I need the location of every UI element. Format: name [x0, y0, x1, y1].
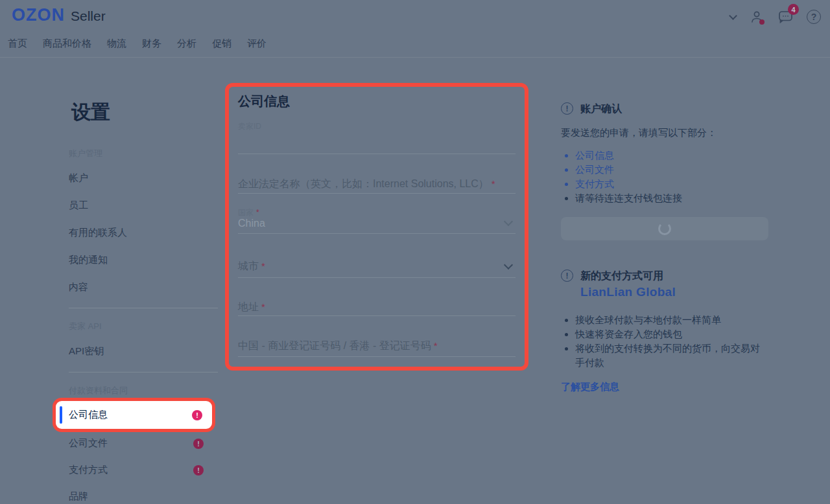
country-label: 国家 — [238, 208, 254, 217]
top-header: OZON Seller 4 — [0, 0, 830, 58]
registration-number-placeholder: 中国 - 商业登记证号码 / 香港 - 登记证号码 — [238, 340, 431, 351]
sidebar-item-api-keys[interactable]: API密钥 — [69, 345, 218, 358]
page-title: 设置 — [71, 100, 218, 124]
loading-spinner-icon — [658, 222, 671, 235]
promo-bullet: 快速将资金存入您的钱包 — [575, 328, 682, 339]
company-info-form-highlight-frame: 公司信息 卖家ID 企业法定名称（英文，比如：Internet Solution… — [225, 83, 528, 371]
sidebar-divider — [69, 372, 218, 372]
country-select[interactable]: China — [238, 216, 516, 231]
section-label-payment-details: 付款资料和合同 — [69, 385, 218, 396]
nav-analytics[interactable]: 分析 — [177, 38, 196, 50]
promo-bullet: 将收到的支付转换为不同的货币，向交易对手付款 — [575, 343, 760, 368]
payment-promo-card: ! 新的支付方式可用 LianLian Global 接收全球付款与本地付款一样… — [561, 269, 768, 393]
warning-badge-icon: ! — [193, 439, 204, 449]
nav-home[interactable]: 首页 — [8, 38, 27, 50]
required-asterisk: * — [261, 260, 265, 271]
sidebar-item-company-info[interactable]: 公司信息 ! — [56, 401, 212, 429]
nav-logistics[interactable]: 物流 — [107, 38, 126, 50]
required-asterisk: * — [256, 208, 259, 217]
info-alert-icon: ! — [561, 102, 573, 115]
sidebar-item-label: 公司信息 — [69, 409, 108, 421]
wallet-connection-pending-text: 请等待连连支付钱包连接 — [575, 192, 682, 203]
required-asterisk: * — [434, 340, 438, 351]
lianlian-global-brand-link[interactable]: LianLian Global — [580, 284, 676, 300]
sidebar-item-label: 支付方式 — [69, 464, 108, 476]
sidebar-item-content[interactable]: 内容 — [69, 281, 218, 293]
nav-reviews[interactable]: 评价 — [247, 38, 267, 50]
sidebar-item-label: 品牌 — [69, 490, 88, 503]
city-select[interactable]: 城市* — [238, 259, 516, 273]
seller-id-label: 卖家ID — [238, 122, 516, 131]
sidebar-divider — [69, 308, 218, 308]
warning-badge-icon: ! — [193, 465, 204, 475]
form-title: 公司信息 — [238, 92, 516, 110]
city-underline — [238, 277, 516, 278]
sidebar-item-useful-contacts[interactable]: 有用的联系人 — [69, 226, 218, 239]
seller-logo-text: Seller — [71, 8, 106, 24]
legal-name-input[interactable]: 企业法定名称（英文，比如：Internet Solutions, LLC）* — [238, 177, 516, 191]
sidebar-item-company-documents[interactable]: 公司文件 ! — [69, 430, 218, 457]
account-confirmation-title: 账户确认 — [580, 102, 622, 115]
main-nav: 首页 商品和价格 物流 财务 分析 促销 评价 — [8, 38, 267, 50]
link-company-documents[interactable]: 公司文件 — [575, 164, 614, 175]
ozon-seller-settings-page: OZON Seller 4 — [0, 0, 830, 504]
promo-benefits-list: 接收全球付款与本地付款一样简单 快速将资金存入您的钱包 将收到的支付转换为不同的… — [575, 313, 768, 370]
account-confirmation-intro: 要发送您的申请，请填写以下部分： — [561, 126, 768, 139]
sidebar-item-employees[interactable]: 员工 — [69, 199, 218, 212]
ozon-seller-logo[interactable]: OZON Seller — [12, 5, 106, 25]
sidebar-item-label: 公司文件 — [69, 437, 108, 450]
messages-count-badge: 4 — [788, 4, 799, 15]
active-indicator-bar — [60, 406, 62, 424]
link-company-info[interactable]: 公司信息 — [575, 150, 614, 161]
promo-bullet: 接收全球付款与本地付款一样简单 — [575, 314, 721, 325]
chevron-down-icon[interactable] — [729, 12, 737, 20]
address-input[interactable]: 地址* — [238, 300, 516, 314]
settings-sidebar: 设置 账户管理 帐户 员工 有用的联系人 我的通知 内容 卖家 API API密… — [69, 100, 218, 504]
user-notification-dot — [759, 19, 765, 25]
section-label-account-management: 账户管理 — [69, 148, 218, 159]
address-placeholder: 地址 — [238, 301, 259, 312]
messages-button[interactable]: 4 — [777, 8, 794, 25]
registration-number-input[interactable]: 中国 - 商业登记证号码 / 香港 - 登记证号码* — [238, 339, 516, 353]
address-underline — [238, 315, 516, 316]
nav-products-prices[interactable]: 商品和价格 — [43, 38, 91, 50]
required-asterisk: * — [492, 178, 495, 189]
sidebar-item-my-notifications[interactable]: 我的通知 — [69, 253, 218, 266]
help-button[interactable]: ? — [807, 10, 821, 24]
nav-promotions[interactable]: 促销 — [212, 38, 231, 50]
legal-name-placeholder: 企业法定名称（英文，比如：Internet Solutions, LLC） — [238, 178, 489, 189]
nav-finance[interactable]: 财务 — [142, 38, 161, 50]
link-payment-method[interactable]: 支付方式 — [575, 178, 614, 189]
chevron-down-icon — [504, 260, 513, 269]
legal-name-underline — [238, 193, 516, 194]
user-profile-button[interactable] — [748, 8, 765, 25]
help-icon: ? — [811, 12, 817, 22]
info-alert-icon: ! — [561, 269, 573, 282]
learn-more-link[interactable]: 了解更多信息 — [561, 381, 619, 393]
section-label-seller-api: 卖家 API — [69, 321, 218, 332]
account-confirmation-card: ! 账户确认 要发送您的申请，请填写以下部分： 公司信息 公司文件 支付方式 请… — [561, 102, 768, 240]
seller-id-input[interactable] — [238, 154, 516, 154]
country-value: China — [238, 218, 265, 229]
required-asterisk: * — [261, 301, 265, 312]
registration-number-underline — [238, 356, 516, 357]
sidebar-item-payment-method[interactable]: 支付方式 ! — [69, 457, 218, 483]
submit-application-button-loading[interactable] — [561, 217, 768, 240]
sidebar-item-brands[interactable]: 品牌 — [69, 483, 218, 504]
country-underline — [238, 233, 516, 234]
warning-badge-icon: ! — [192, 410, 202, 420]
ozon-logo-text: OZON — [12, 5, 65, 25]
city-placeholder: 城市 — [238, 260, 259, 271]
chevron-down-icon — [504, 217, 513, 226]
promo-title: 新的支付方式可用 — [580, 269, 676, 282]
required-sections-list: 公司信息 公司文件 支付方式 请等待连连支付钱包连接 — [575, 148, 768, 205]
sidebar-item-account[interactable]: 帐户 — [69, 172, 218, 185]
